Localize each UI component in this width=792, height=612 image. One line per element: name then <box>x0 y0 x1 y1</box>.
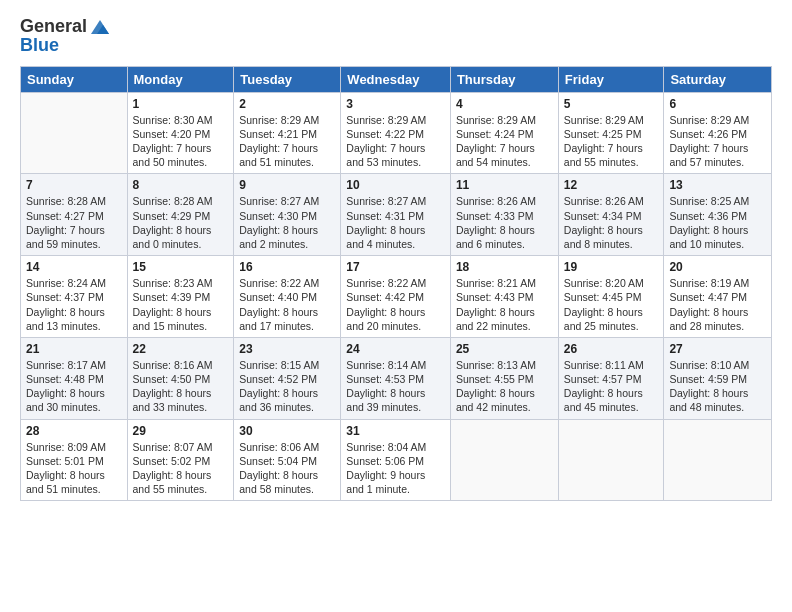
day-info: Sunrise: 8:29 AM Sunset: 4:22 PM Dayligh… <box>346 113 445 170</box>
calendar-cell: 31Sunrise: 8:04 AM Sunset: 5:06 PM Dayli… <box>341 419 451 501</box>
calendar-cell: 11Sunrise: 8:26 AM Sunset: 4:33 PM Dayli… <box>450 174 558 256</box>
calendar-cell: 6Sunrise: 8:29 AM Sunset: 4:26 PM Daylig… <box>664 92 772 174</box>
calendar-cell: 10Sunrise: 8:27 AM Sunset: 4:31 PM Dayli… <box>341 174 451 256</box>
calendar-cell: 18Sunrise: 8:21 AM Sunset: 4:43 PM Dayli… <box>450 256 558 338</box>
calendar-cell: 17Sunrise: 8:22 AM Sunset: 4:42 PM Dayli… <box>341 256 451 338</box>
day-number: 24 <box>346 342 445 356</box>
calendar-cell: 9Sunrise: 8:27 AM Sunset: 4:30 PM Daylig… <box>234 174 341 256</box>
day-info: Sunrise: 8:22 AM Sunset: 4:40 PM Dayligh… <box>239 276 335 333</box>
day-info: Sunrise: 8:28 AM Sunset: 4:27 PM Dayligh… <box>26 194 122 251</box>
calendar-cell: 19Sunrise: 8:20 AM Sunset: 4:45 PM Dayli… <box>558 256 664 338</box>
day-info: Sunrise: 8:29 AM Sunset: 4:24 PM Dayligh… <box>456 113 553 170</box>
calendar-dow-sunday: Sunday <box>21 66 128 92</box>
day-number: 12 <box>564 178 659 192</box>
calendar-week-row: 21Sunrise: 8:17 AM Sunset: 4:48 PM Dayli… <box>21 337 772 419</box>
day-info: Sunrise: 8:17 AM Sunset: 4:48 PM Dayligh… <box>26 358 122 415</box>
calendar-cell: 1Sunrise: 8:30 AM Sunset: 4:20 PM Daylig… <box>127 92 234 174</box>
calendar-dow-saturday: Saturday <box>664 66 772 92</box>
calendar-cell <box>450 419 558 501</box>
day-info: Sunrise: 8:19 AM Sunset: 4:47 PM Dayligh… <box>669 276 766 333</box>
calendar-cell: 2Sunrise: 8:29 AM Sunset: 4:21 PM Daylig… <box>234 92 341 174</box>
calendar-dow-friday: Friday <box>558 66 664 92</box>
day-number: 17 <box>346 260 445 274</box>
day-info: Sunrise: 8:11 AM Sunset: 4:57 PM Dayligh… <box>564 358 659 415</box>
calendar-cell: 8Sunrise: 8:28 AM Sunset: 4:29 PM Daylig… <box>127 174 234 256</box>
day-number: 31 <box>346 424 445 438</box>
calendar-dow-wednesday: Wednesday <box>341 66 451 92</box>
day-number: 1 <box>133 97 229 111</box>
page: General Blue SundayMondayTuesdayWednesda… <box>0 0 792 612</box>
day-info: Sunrise: 8:26 AM Sunset: 4:34 PM Dayligh… <box>564 194 659 251</box>
day-info: Sunrise: 8:13 AM Sunset: 4:55 PM Dayligh… <box>456 358 553 415</box>
day-number: 7 <box>26 178 122 192</box>
calendar-dow-thursday: Thursday <box>450 66 558 92</box>
day-info: Sunrise: 8:27 AM Sunset: 4:31 PM Dayligh… <box>346 194 445 251</box>
day-number: 26 <box>564 342 659 356</box>
day-info: Sunrise: 8:23 AM Sunset: 4:39 PM Dayligh… <box>133 276 229 333</box>
calendar-cell <box>664 419 772 501</box>
day-number: 19 <box>564 260 659 274</box>
calendar-cell: 23Sunrise: 8:15 AM Sunset: 4:52 PM Dayli… <box>234 337 341 419</box>
day-number: 22 <box>133 342 229 356</box>
day-info: Sunrise: 8:20 AM Sunset: 4:45 PM Dayligh… <box>564 276 659 333</box>
day-info: Sunrise: 8:26 AM Sunset: 4:33 PM Dayligh… <box>456 194 553 251</box>
day-info: Sunrise: 8:28 AM Sunset: 4:29 PM Dayligh… <box>133 194 229 251</box>
calendar-week-row: 7Sunrise: 8:28 AM Sunset: 4:27 PM Daylig… <box>21 174 772 256</box>
day-number: 20 <box>669 260 766 274</box>
day-number: 2 <box>239 97 335 111</box>
calendar-cell <box>558 419 664 501</box>
logo: General Blue <box>20 16 111 56</box>
day-number: 27 <box>669 342 766 356</box>
day-info: Sunrise: 8:14 AM Sunset: 4:53 PM Dayligh… <box>346 358 445 415</box>
day-number: 28 <box>26 424 122 438</box>
calendar-header-row: SundayMondayTuesdayWednesdayThursdayFrid… <box>21 66 772 92</box>
calendar-cell: 13Sunrise: 8:25 AM Sunset: 4:36 PM Dayli… <box>664 174 772 256</box>
day-number: 16 <box>239 260 335 274</box>
calendar-cell: 5Sunrise: 8:29 AM Sunset: 4:25 PM Daylig… <box>558 92 664 174</box>
calendar-cell: 15Sunrise: 8:23 AM Sunset: 4:39 PM Dayli… <box>127 256 234 338</box>
calendar-cell <box>21 92 128 174</box>
calendar-week-row: 14Sunrise: 8:24 AM Sunset: 4:37 PM Dayli… <box>21 256 772 338</box>
calendar-week-row: 1Sunrise: 8:30 AM Sunset: 4:20 PM Daylig… <box>21 92 772 174</box>
calendar-cell: 7Sunrise: 8:28 AM Sunset: 4:27 PM Daylig… <box>21 174 128 256</box>
day-info: Sunrise: 8:10 AM Sunset: 4:59 PM Dayligh… <box>669 358 766 415</box>
calendar-dow-monday: Monday <box>127 66 234 92</box>
day-info: Sunrise: 8:24 AM Sunset: 4:37 PM Dayligh… <box>26 276 122 333</box>
day-info: Sunrise: 8:09 AM Sunset: 5:01 PM Dayligh… <box>26 440 122 497</box>
day-info: Sunrise: 8:29 AM Sunset: 4:26 PM Dayligh… <box>669 113 766 170</box>
day-number: 6 <box>669 97 766 111</box>
day-number: 5 <box>564 97 659 111</box>
calendar-week-row: 28Sunrise: 8:09 AM Sunset: 5:01 PM Dayli… <box>21 419 772 501</box>
day-number: 11 <box>456 178 553 192</box>
day-info: Sunrise: 8:04 AM Sunset: 5:06 PM Dayligh… <box>346 440 445 497</box>
day-number: 8 <box>133 178 229 192</box>
day-number: 10 <box>346 178 445 192</box>
day-info: Sunrise: 8:30 AM Sunset: 4:20 PM Dayligh… <box>133 113 229 170</box>
calendar-dow-tuesday: Tuesday <box>234 66 341 92</box>
day-info: Sunrise: 8:06 AM Sunset: 5:04 PM Dayligh… <box>239 440 335 497</box>
calendar-cell: 22Sunrise: 8:16 AM Sunset: 4:50 PM Dayli… <box>127 337 234 419</box>
logo-icon <box>89 16 111 38</box>
day-number: 15 <box>133 260 229 274</box>
calendar-cell: 29Sunrise: 8:07 AM Sunset: 5:02 PM Dayli… <box>127 419 234 501</box>
header: General Blue <box>20 16 772 56</box>
day-info: Sunrise: 8:07 AM Sunset: 5:02 PM Dayligh… <box>133 440 229 497</box>
day-info: Sunrise: 8:16 AM Sunset: 4:50 PM Dayligh… <box>133 358 229 415</box>
day-number: 25 <box>456 342 553 356</box>
day-info: Sunrise: 8:22 AM Sunset: 4:42 PM Dayligh… <box>346 276 445 333</box>
day-number: 3 <box>346 97 445 111</box>
day-info: Sunrise: 8:15 AM Sunset: 4:52 PM Dayligh… <box>239 358 335 415</box>
logo-blue-text: Blue <box>20 35 59 55</box>
day-number: 29 <box>133 424 229 438</box>
logo-general-text: General <box>20 17 87 37</box>
calendar-cell: 28Sunrise: 8:09 AM Sunset: 5:01 PM Dayli… <box>21 419 128 501</box>
calendar-cell: 3Sunrise: 8:29 AM Sunset: 4:22 PM Daylig… <box>341 92 451 174</box>
day-info: Sunrise: 8:29 AM Sunset: 4:25 PM Dayligh… <box>564 113 659 170</box>
calendar-cell: 21Sunrise: 8:17 AM Sunset: 4:48 PM Dayli… <box>21 337 128 419</box>
day-info: Sunrise: 8:21 AM Sunset: 4:43 PM Dayligh… <box>456 276 553 333</box>
day-info: Sunrise: 8:29 AM Sunset: 4:21 PM Dayligh… <box>239 113 335 170</box>
day-number: 23 <box>239 342 335 356</box>
calendar-table: SundayMondayTuesdayWednesdayThursdayFrid… <box>20 66 772 501</box>
calendar-cell: 30Sunrise: 8:06 AM Sunset: 5:04 PM Dayli… <box>234 419 341 501</box>
day-number: 14 <box>26 260 122 274</box>
